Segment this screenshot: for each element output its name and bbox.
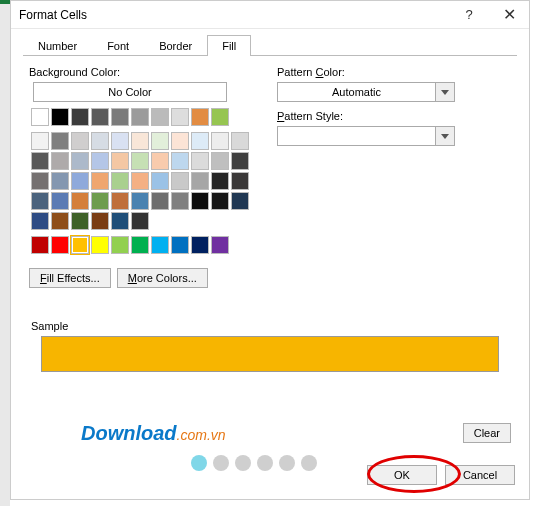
color-swatch[interactable]: [51, 192, 69, 210]
color-swatch[interactable]: [211, 236, 229, 254]
color-swatch[interactable]: [171, 108, 189, 126]
tab-fill[interactable]: Fill: [207, 35, 251, 56]
color-swatch[interactable]: [151, 172, 169, 190]
color-swatch[interactable]: [131, 152, 149, 170]
color-swatch[interactable]: [131, 192, 149, 210]
color-swatch[interactable]: [151, 152, 169, 170]
color-swatch[interactable]: [131, 108, 149, 126]
palette-theme-top: [31, 108, 253, 126]
tab-border[interactable]: Border: [144, 35, 207, 56]
color-swatch[interactable]: [171, 152, 189, 170]
palette-standard: [31, 236, 253, 254]
chevron-down-icon[interactable]: [435, 126, 455, 146]
color-swatch[interactable]: [71, 236, 89, 254]
color-swatch[interactable]: [91, 132, 109, 150]
color-swatch[interactable]: [211, 192, 229, 210]
color-swatch[interactable]: [191, 172, 209, 190]
color-swatch[interactable]: [191, 108, 209, 126]
no-color-button[interactable]: No Color: [33, 82, 227, 102]
color-swatch[interactable]: [231, 172, 249, 190]
more-colors-button[interactable]: More Colors...: [117, 268, 208, 288]
format-cells-dialog: Format Cells ? ✕ Number Font Border Fill…: [10, 0, 530, 500]
dot-icon: [257, 455, 273, 471]
color-swatch[interactable]: [171, 132, 189, 150]
color-swatch[interactable]: [151, 236, 169, 254]
color-swatch[interactable]: [131, 132, 149, 150]
color-swatch[interactable]: [111, 108, 129, 126]
sample-label: Sample: [31, 320, 517, 332]
color-swatch[interactable]: [211, 172, 229, 190]
fill-effects-button[interactable]: Fill Effects...: [29, 268, 111, 288]
color-swatch[interactable]: [71, 192, 89, 210]
color-swatch[interactable]: [211, 132, 229, 150]
sample-preview: [41, 336, 499, 372]
color-swatch[interactable]: [231, 152, 249, 170]
color-swatch[interactable]: [51, 212, 69, 230]
color-swatch[interactable]: [131, 212, 149, 230]
color-swatch[interactable]: [91, 192, 109, 210]
color-swatch[interactable]: [91, 212, 109, 230]
color-swatch[interactable]: [91, 108, 109, 126]
color-swatch[interactable]: [31, 152, 49, 170]
color-swatch[interactable]: [51, 108, 69, 126]
color-swatch[interactable]: [151, 108, 169, 126]
help-button[interactable]: ?: [449, 1, 489, 29]
color-swatch[interactable]: [51, 152, 69, 170]
pattern-style-dropdown[interactable]: [277, 126, 455, 146]
color-swatch[interactable]: [51, 172, 69, 190]
color-swatch[interactable]: [191, 192, 209, 210]
ok-button[interactable]: OK: [367, 465, 437, 485]
color-swatch[interactable]: [111, 152, 129, 170]
watermark: Download.com.vn: [81, 422, 226, 445]
color-swatch[interactable]: [91, 172, 109, 190]
color-swatch[interactable]: [31, 108, 49, 126]
color-swatch[interactable]: [171, 236, 189, 254]
color-swatch[interactable]: [51, 236, 69, 254]
color-swatch[interactable]: [51, 132, 69, 150]
color-swatch[interactable]: [231, 132, 249, 150]
palette-theme-shades: [31, 132, 253, 230]
color-swatch[interactable]: [231, 192, 249, 210]
dot-icon: [279, 455, 295, 471]
color-swatch[interactable]: [171, 192, 189, 210]
cancel-button[interactable]: Cancel: [445, 465, 515, 485]
color-swatch[interactable]: [111, 172, 129, 190]
color-swatch[interactable]: [171, 172, 189, 190]
color-swatch[interactable]: [111, 212, 129, 230]
background-color-label: Background Color:: [29, 66, 253, 78]
color-swatch[interactable]: [71, 108, 89, 126]
color-swatch[interactable]: [31, 172, 49, 190]
color-swatch[interactable]: [31, 236, 49, 254]
color-swatch[interactable]: [211, 152, 229, 170]
tab-number[interactable]: Number: [23, 35, 92, 56]
color-swatch[interactable]: [111, 192, 129, 210]
color-swatch[interactable]: [151, 192, 169, 210]
color-swatch[interactable]: [91, 236, 109, 254]
color-swatch[interactable]: [151, 132, 169, 150]
tab-font[interactable]: Font: [92, 35, 144, 56]
color-swatch[interactable]: [111, 132, 129, 150]
color-swatch[interactable]: [211, 108, 229, 126]
color-swatch[interactable]: [131, 172, 149, 190]
color-swatch[interactable]: [191, 132, 209, 150]
close-button[interactable]: ✕: [489, 1, 529, 29]
clear-button[interactable]: Clear: [463, 423, 511, 443]
color-swatch[interactable]: [91, 152, 109, 170]
color-swatch[interactable]: [31, 132, 49, 150]
color-swatch[interactable]: [71, 212, 89, 230]
tabs: Number Font Border Fill: [23, 35, 517, 56]
titlebar: Format Cells ? ✕: [11, 1, 529, 29]
color-swatch[interactable]: [71, 152, 89, 170]
color-swatch[interactable]: [191, 236, 209, 254]
dot-icon: [213, 455, 229, 471]
chevron-down-icon[interactable]: [435, 82, 455, 102]
color-swatch[interactable]: [111, 236, 129, 254]
color-swatch[interactable]: [31, 192, 49, 210]
color-swatch[interactable]: [31, 212, 49, 230]
color-swatch[interactable]: [71, 132, 89, 150]
pattern-color-dropdown[interactable]: Automatic: [277, 82, 455, 102]
color-swatch[interactable]: [131, 236, 149, 254]
dot-icon: [191, 455, 207, 471]
color-swatch[interactable]: [191, 152, 209, 170]
color-swatch[interactable]: [71, 172, 89, 190]
